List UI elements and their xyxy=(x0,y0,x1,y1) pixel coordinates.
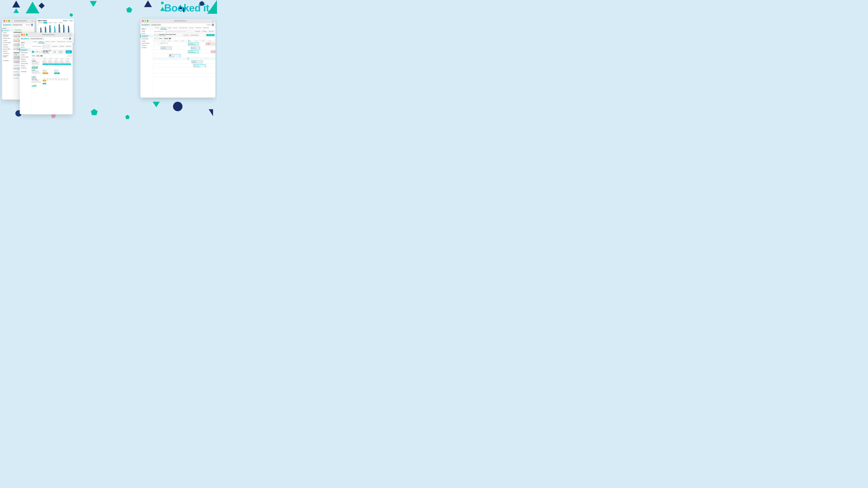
win3-max-btn[interactable] xyxy=(147,20,148,22)
lt-s10-cnt[interactable]: 24/24 xyxy=(42,83,46,84)
win2-sidebar-events[interactable]: Events xyxy=(20,46,31,48)
win3-l2-booking-2[interactable]: Ord: 1695756 Harinder Eh... xyxy=(211,51,215,53)
win3-sidebar-loyalty[interactable]: Loyalty xyxy=(141,40,153,42)
win3-l5-booking-1[interactable]: ● Ord: 1695493 Benjamin Haigh xyxy=(193,64,205,67)
win3-sidebar-bookings[interactable]: Bookings & Enquiries xyxy=(141,34,153,38)
win3-tab-discounts[interactable]: Discounts xyxy=(188,27,195,29)
sp-s5-count[interactable]: 83/20 xyxy=(65,64,71,65)
win1-sidebar-loyalty[interactable]: Loyalty xyxy=(2,39,12,41)
win3-back-to-today[interactable]: Back to Today xyxy=(159,35,176,36)
cr-s1-count[interactable]: 4/32 xyxy=(42,72,48,74)
win2-sidebar-profile[interactable]: Profile xyxy=(20,44,31,46)
win3-tab-membership[interactable]: Membership xyxy=(202,27,210,29)
win1-reload-icon[interactable]: ↺ xyxy=(31,20,33,22)
lt-s1-cnt[interactable]: 10/24 xyxy=(42,80,46,81)
win1-sidebar-productsets[interactable]: Product Sets xyxy=(2,37,12,39)
win3-tab-bookings[interactable]: Bookings xyxy=(160,27,167,29)
win3-activity-select[interactable]: Bowling xyxy=(163,37,172,39)
win2-sidebar-reports[interactable]: Reports xyxy=(20,65,31,67)
win1-close-btn[interactable] xyxy=(4,20,5,22)
win3-tab-overview[interactable]: Overview xyxy=(154,27,160,29)
win3-tab-notifications[interactable]: Notifications xyxy=(195,27,202,29)
win3-tab-pending[interactable]: Pending xyxy=(167,27,172,29)
win3-l1-booking-2[interactable]: Ord: 1695756 S. Dhalon xyxy=(206,42,215,45)
win3-l1b-booking-liz[interactable]: Ord: 1686745 Lizzie Oates xyxy=(161,47,172,49)
win3-search-input[interactable]: Name, booking reference, email, phone nu… xyxy=(164,30,194,33)
win2-period-select[interactable]: Daily xyxy=(36,55,43,57)
win2-close-btn[interactable] xyxy=(21,34,23,35)
win3-l4-booking-1[interactable]: Ord: 1695890 Sari Anand xyxy=(191,61,203,63)
win2-reload-icon[interactable]: ↺ xyxy=(69,34,71,35)
win2-tab-overview[interactable]: Overview xyxy=(32,40,38,43)
win3-next-date-btn[interactable]: › xyxy=(157,34,159,36)
win3-prev-date-btn[interactable]: ‹ xyxy=(154,34,156,36)
win3-fullscreen-btn[interactable]: Full Screen xyxy=(208,30,215,32)
win2-cal-view-btn[interactable]: 📅 xyxy=(36,51,38,53)
win3-tab-enquiries[interactable]: Enquiries xyxy=(172,27,178,29)
win2-sidebar-settings[interactable]: ⚙ Settings xyxy=(20,70,31,72)
win2-add-filters-btn[interactable]: Add Filters xyxy=(52,45,58,47)
win3-min-btn[interactable] xyxy=(145,20,146,22)
win2-grid-view-btn[interactable]: ⊞ xyxy=(34,51,36,53)
win1-sidebar-customers[interactable]: Customers xyxy=(2,53,12,55)
win3-zoom-out-btn[interactable]: − xyxy=(156,37,158,39)
win1-read-more-2[interactable]: Read More xyxy=(13,71,19,72)
win2-refresh-btn[interactable]: ↺ Refresh xyxy=(59,45,65,47)
win3-go-to-date-btn[interactable]: Go to Date xyxy=(183,34,189,36)
win2-prev-date-btn[interactable]: ‹ xyxy=(39,51,40,53)
win1-min-btn[interactable] xyxy=(6,20,7,22)
win2-generate-reports-btn[interactable]: Generate Reports xyxy=(58,50,65,54)
win3-close-btn[interactable] xyxy=(142,20,144,22)
chart-tab-pastday[interactable]: Past Day xyxy=(38,22,43,24)
win3-sidebar-customfields[interactable]: Custom Fields xyxy=(141,42,153,44)
win2-zoom-in-btn[interactable]: + xyxy=(70,55,72,57)
win3-sidebar-profile[interactable]: Profile xyxy=(141,30,153,32)
win1-sidebar-coupons[interactable]: Coupons xyxy=(2,44,12,46)
win2-sidebar-email[interactable]: Email & SMS xyxy=(20,63,31,64)
win2-sidebar-bookings[interactable]: Bookings & Enquiries xyxy=(20,48,31,52)
win3-reload-icon[interactable]: ↺ xyxy=(212,20,214,22)
win3-back-button[interactable]: ◀ Back xyxy=(141,28,153,30)
win2-sidebar-customers[interactable]: Customers xyxy=(20,67,31,69)
win3-l1-booking-1[interactable]: Ord: 1695590 Jacqueline Asange xyxy=(188,42,199,45)
win1-sidebar-bookings[interactable]: Bookings & Enquiries xyxy=(2,34,12,37)
win1-sidebar-customfields[interactable]: Custom Fields xyxy=(2,42,12,43)
win3-sidebar-company[interactable]: Company xyxy=(141,46,153,48)
win2-sidebar-company[interactable]: Company xyxy=(20,60,31,62)
chart-tab-3months[interactable]: 3 Months xyxy=(58,22,63,24)
win2-tab-pending[interactable]: Pending xyxy=(44,40,50,43)
win2-tab-discounts[interactable]: Discounts xyxy=(66,40,72,43)
win3-l2-booking-1[interactable]: Ord: 1695590 Jacqueline Asange xyxy=(188,51,199,53)
win2-back-to-today[interactable]: Back to Today xyxy=(43,53,52,54)
win1-sidebar-email[interactable]: Email & SMS xyxy=(2,48,12,50)
win1-sidebar-company[interactable]: Company xyxy=(2,46,12,48)
win2-fullscreen-btn[interactable]: Full Screen xyxy=(65,45,72,47)
win2-next-date-btn[interactable]: › xyxy=(41,51,42,53)
win3-refresh-btn[interactable]: ↺ Refresh xyxy=(202,30,208,32)
win1-back-button[interactable]: ◀ Back xyxy=(2,27,12,29)
win1-venue-selector[interactable]: Nottingham Bowl xyxy=(12,24,23,26)
win2-back-button[interactable]: ◀ Back xyxy=(20,42,30,43)
win1-sidebar-companyprofile[interactable]: Company Profile xyxy=(2,55,12,58)
win2-tab-enquiries[interactable]: Enquiries xyxy=(50,40,56,43)
win3-zoom-in-btn[interactable]: + xyxy=(154,37,156,39)
win2-min-btn[interactable] xyxy=(24,34,25,35)
win1-read-more-1[interactable]: Read More xyxy=(13,65,19,66)
win3-sidebar-events[interactable]: Events xyxy=(141,32,153,34)
win2-max-btn[interactable] xyxy=(26,34,28,35)
sp-s4-count[interactable]: 80/20 xyxy=(60,64,65,65)
win2-venue-selector[interactable]: Rascals Softplay New... xyxy=(30,38,44,40)
sp-s2-count[interactable]: 100/20 xyxy=(48,64,54,65)
win1-sidebar-events[interactable]: Events xyxy=(2,32,12,34)
win2-sidebar-productsets[interactable]: Product Sets xyxy=(20,52,31,54)
win2-go-to-date-btn[interactable]: Go to Date xyxy=(53,50,58,54)
sp-s1-count[interactable]: 60/20 xyxy=(42,64,48,65)
chart-tab-week[interactable]: Week xyxy=(43,22,47,24)
win1-max-btn[interactable] xyxy=(8,20,10,22)
win3-l3-booking-1[interactable]: ● Ord: 1672345 Daniel Jarvis xyxy=(169,54,180,57)
win1-sidebar-reports[interactable]: Reports xyxy=(2,50,12,52)
win2-tab-abandoned[interactable]: Abandoned Carts xyxy=(56,40,66,43)
win2-sidebar-loyalty[interactable]: Loyalty xyxy=(20,54,31,56)
sp-s3-count[interactable]: 93/20 xyxy=(54,64,60,65)
win3-add-filters-btn[interactable]: Add Filters xyxy=(194,30,201,32)
